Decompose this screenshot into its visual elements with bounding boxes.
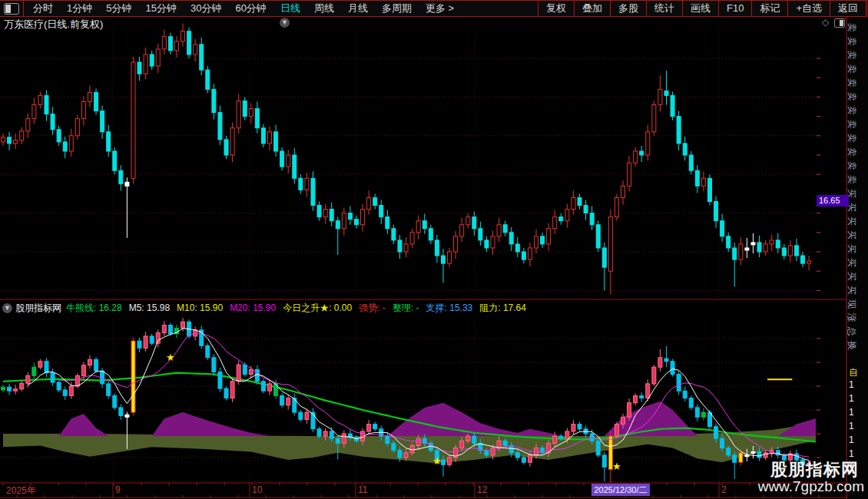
clipped-char: 买 — [847, 244, 858, 253]
indicator-param: 今日之升★: 0.00 — [283, 302, 352, 315]
indicator-param: 牛熊线: 16.28 — [66, 302, 122, 315]
period-menu-item[interactable]: 1分钟 — [60, 1, 99, 16]
period-menu-item[interactable]: 分时 — [26, 1, 60, 16]
chart-canvas[interactable]: ★★★ — [0, 0, 868, 499]
period-menu-item[interactable]: 更多 > — [419, 1, 461, 16]
clipped-char: 换 — [847, 341, 858, 350]
indicator-param-bar: ▼ 股朋指标网 牛熊线: 16.28M5: 15.98M10: 15.90M20… — [0, 300, 845, 316]
month-label: 12 — [477, 484, 487, 495]
svg-text:★: ★ — [432, 455, 442, 467]
period-menu-item[interactable]: 日线 — [273, 1, 307, 16]
layout-split-icon[interactable] — [834, 18, 845, 28]
top-toolbar: 分时1分钟5分钟15分钟30分钟60分钟日线周线月线多周期更多 > 复权叠加多股… — [0, 0, 866, 17]
last-price-tag: 16.65 — [817, 195, 849, 207]
collapse-icon[interactable]: ▼ — [2, 303, 12, 313]
x-axis-row: 2025年91011122 — [0, 483, 846, 497]
diamond-icon[interactable]: ◇ — [822, 17, 829, 28]
indicator-param: 整理: - — [393, 302, 419, 315]
tool-menu-item[interactable]: +自选 — [787, 1, 830, 16]
clipped-char: 总 — [847, 327, 858, 336]
window-panel-icon[interactable] — [4, 3, 19, 15]
clipped-char: 卖 — [847, 51, 858, 60]
month-label: 10 — [252, 484, 262, 495]
tool-menu-item[interactable]: 标记 — [751, 1, 787, 16]
clipped-char: 卖 — [847, 175, 858, 184]
clipped-digit: 1 — [849, 448, 854, 459]
clipped-char: 买 — [847, 286, 858, 295]
clipped-char: 卖 — [847, 37, 858, 46]
clipped-digit: 1 — [849, 393, 854, 404]
chevron-down-icon[interactable]: ▼ — [280, 18, 290, 28]
svg-text:★: ★ — [612, 461, 621, 472]
tool-menu-item[interactable]: 画线 — [682, 1, 718, 16]
clipped-char: 卖 — [847, 134, 858, 143]
right-strip-panel[interactable]: 卖卖卖卖卖卖卖卖卖卖卖卖买买买买买买买买现涨总换自1111111 — [847, 17, 868, 499]
month-label: 11 — [358, 484, 367, 495]
month-label: 9 — [115, 484, 121, 495]
page-title: 万东医疗(日线.前复权) — [4, 18, 103, 31]
trading-app-window: ★★★ 分时1分钟5分钟15分钟30分钟60分钟日线周线月线多周期更多 > 复权… — [0, 0, 868, 499]
indicator-source-label: 股朋指标网 — [15, 302, 61, 315]
clipped-digit: 1 — [849, 379, 854, 390]
tool-menu-item[interactable]: F10 — [718, 1, 751, 16]
clipped-char: 买 — [847, 216, 858, 226]
period-menu-item[interactable]: 15分钟 — [138, 1, 183, 16]
year-label: 2025年 — [6, 484, 36, 497]
indicator-param: 强势: - — [359, 302, 386, 315]
month-label: 2 — [721, 484, 727, 495]
period-menu-item[interactable]: 5分钟 — [99, 1, 138, 16]
clipped-digit: 1 — [849, 407, 854, 418]
clipped-char: 买 — [847, 203, 858, 212]
tool-menu-item[interactable]: 叠加 — [574, 1, 610, 16]
chart-title-bar: 万东医疗(日线.前复权) ▼ ◇ — [0, 17, 845, 29]
indicator-param: M20: 15.90 — [230, 302, 276, 313]
clipped-char: 卖 — [847, 120, 858, 129]
indicator-param: M10: 15.90 — [177, 302, 223, 313]
clipped-char: 卖 — [847, 106, 858, 115]
tools-menu: 复权叠加多股统计画线F10标记+自选返回 — [538, 1, 866, 16]
clipped-digit: 1 — [849, 421, 854, 431]
clipped-char: 涨 — [847, 313, 858, 322]
period-menu-item[interactable]: 多周期 — [375, 1, 419, 16]
clipped-char: 买 — [847, 230, 858, 240]
indicator-param: M5: 15.98 — [129, 302, 170, 313]
clipped-char: 卖 — [847, 147, 858, 157]
clipped-char: 自 — [849, 366, 858, 379]
tool-menu-item[interactable]: 多股 — [610, 1, 646, 16]
period-menu-item[interactable]: 周线 — [307, 1, 341, 16]
tool-menu-item[interactable]: 复权 — [538, 1, 574, 16]
date-tag: 2025/12/30/二 — [591, 484, 650, 496]
tool-menu-item[interactable]: 返回 — [830, 1, 866, 16]
period-menu: 分时1分钟5分钟15分钟30分钟60分钟日线周线月线多周期更多 > — [26, 1, 461, 16]
indicator-param: 支撑: 15.33 — [426, 302, 473, 315]
period-menu-item[interactable]: 30分钟 — [184, 1, 228, 16]
indicator-param: 阻力: 17.64 — [479, 302, 526, 315]
period-menu-item[interactable]: 月线 — [341, 1, 375, 16]
clipped-char: 卖 — [847, 92, 858, 101]
clipped-char: 卖 — [847, 161, 858, 170]
period-menu-item[interactable]: 60分钟 — [228, 1, 273, 16]
clipped-char: 卖 — [847, 23, 858, 32]
clipped-char: 卖 — [847, 78, 858, 88]
clipped-char: 买 — [847, 258, 858, 267]
toolbar-divider — [23, 1, 24, 16]
clipped-char: 买 — [847, 272, 858, 281]
clipped-char: 现 — [847, 299, 858, 309]
clipped-digit: 1 — [849, 435, 854, 445]
watermark-site-url: www.7gpzb.com — [758, 478, 864, 495]
tool-menu-item[interactable]: 统计 — [646, 1, 682, 16]
clipped-char: 卖 — [847, 64, 858, 74]
svg-text:★: ★ — [166, 352, 175, 363]
clipped-char: 买 — [847, 189, 858, 198]
